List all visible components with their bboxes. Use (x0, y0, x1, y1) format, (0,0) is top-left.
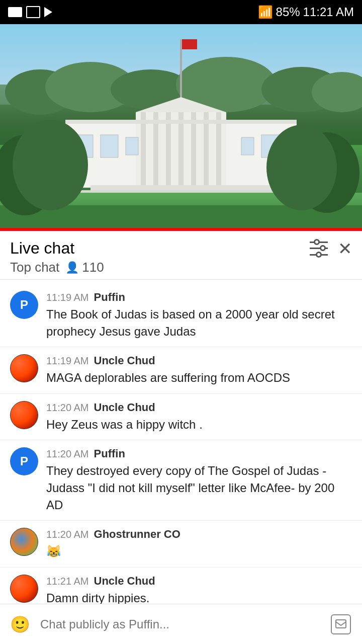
chat-input-bar: 🙂 (0, 604, 362, 644)
message-author: Ghostrunner CO (94, 528, 180, 541)
video-content (0, 24, 362, 228)
close-chat-icon[interactable]: ✕ (338, 240, 352, 257)
message-content: 11:21 AMUncle ChudDamn dirty hippies. (46, 575, 352, 607)
viewer-count: 110 (82, 260, 104, 275)
svg-rect-22 (101, 135, 118, 157)
avatar (10, 354, 38, 382)
notification-icon (8, 7, 22, 17)
chat-message-row: 11:19 AMUncle ChudMAGA deplorables are s… (0, 347, 362, 394)
message-time: 11:20 AM (46, 448, 89, 460)
avatar (10, 575, 38, 603)
message-content: 11:20 AMUncle ChudHey Zeus was a hippy w… (46, 401, 352, 433)
message-content: 11:19 AMUncle ChudMAGA deplorables are s… (46, 354, 352, 386)
emoji-button[interactable]: 🙂 (8, 612, 32, 636)
battery-text: 85% (276, 5, 300, 19)
message-content: 11:20 AMPuffinThey destroyed every copy … (46, 447, 352, 513)
message-content: 11:19 AMPuffinThe Book of Judas is based… (46, 291, 352, 340)
status-bar: 📶 85% 11:21 AM (0, 0, 362, 24)
svg-rect-9 (182, 39, 197, 49)
status-right-icons: 📶 85% 11:21 AM (258, 5, 354, 19)
filter-icon[interactable] (310, 242, 328, 256)
photo-icon (26, 6, 40, 18)
chat-header: Live chat ✕ Top chat 👤 110 (0, 231, 362, 280)
send-icon (331, 614, 351, 634)
chat-message-row: 11:20 AMGhostrunner CO😹 (0, 521, 362, 568)
svg-point-34 (266, 125, 337, 210)
message-time: 11:19 AM (46, 355, 89, 367)
svg-rect-23 (126, 137, 138, 155)
time-display: 11:21 AM (303, 5, 354, 19)
message-author: Uncle Chud (94, 575, 155, 588)
message-time: 11:19 AM (46, 292, 89, 303)
message-time: 11:20 AM (46, 529, 89, 540)
send-button[interactable] (328, 611, 354, 637)
header-actions: ✕ (310, 240, 352, 257)
chat-messages-list: P11:19 AMPuffinThe Book of Judas is base… (0, 280, 362, 644)
message-content: 11:20 AMGhostrunner CO😹 (46, 528, 352, 560)
message-text: The Book of Judas is based on a 2000 yea… (46, 306, 352, 340)
svg-rect-24 (241, 137, 254, 155)
play-icon (44, 7, 52, 17)
chat-input[interactable] (40, 617, 320, 631)
live-chat-title: Live chat (10, 239, 74, 258)
chat-message-row: P11:20 AMPuffinThey destroyed every copy… (0, 440, 362, 521)
message-author: Uncle Chud (94, 354, 155, 367)
svg-point-32 (13, 120, 88, 210)
avatar (10, 528, 38, 556)
message-text: 😹 (46, 543, 352, 560)
message-time: 11:21 AM (46, 576, 89, 587)
avatar: P (10, 291, 38, 319)
avatar: P (10, 447, 38, 475)
message-author: Puffin (94, 447, 125, 460)
message-author: Puffin (94, 291, 125, 304)
message-time: 11:20 AM (46, 402, 89, 414)
svg-rect-35 (336, 620, 346, 628)
wifi-icon: 📶 (258, 5, 273, 19)
chat-message-row: P11:19 AMPuffinThe Book of Judas is base… (0, 284, 362, 347)
top-chat-label[interactable]: Top chat (10, 260, 59, 275)
message-text: They destroyed every copy of The Gospel … (46, 462, 352, 513)
chat-message-row: 11:20 AMUncle ChudHey Zeus was a hippy w… (0, 394, 362, 441)
video-player[interactable] (0, 24, 362, 228)
message-author: Uncle Chud (94, 401, 155, 414)
message-text: MAGA deplorables are suffering from AOCD… (46, 369, 352, 386)
avatar (10, 401, 38, 429)
svg-rect-8 (180, 39, 182, 105)
message-text: Hey Zeus was a hippy witch . (46, 416, 352, 433)
svg-rect-20 (65, 120, 297, 124)
viewer-icon: 👤 (65, 261, 79, 274)
